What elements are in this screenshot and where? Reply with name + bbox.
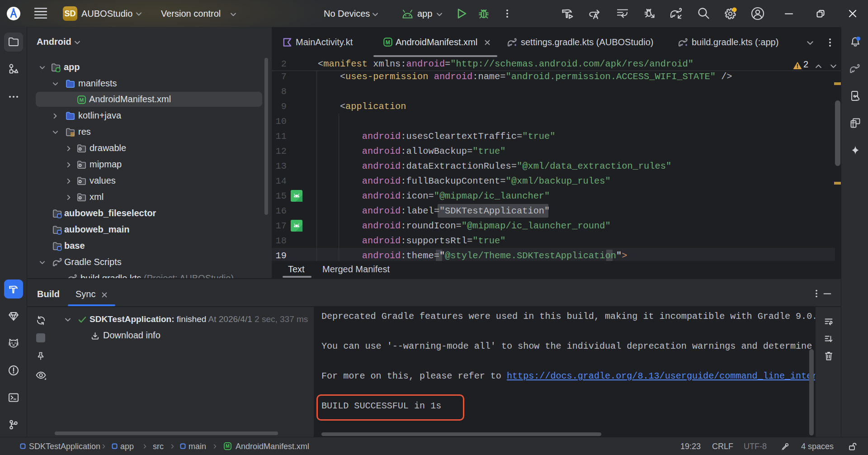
svg-text:M: M (80, 97, 84, 103)
svg-text:M: M (226, 443, 230, 449)
svg-text:M: M (386, 39, 390, 46)
